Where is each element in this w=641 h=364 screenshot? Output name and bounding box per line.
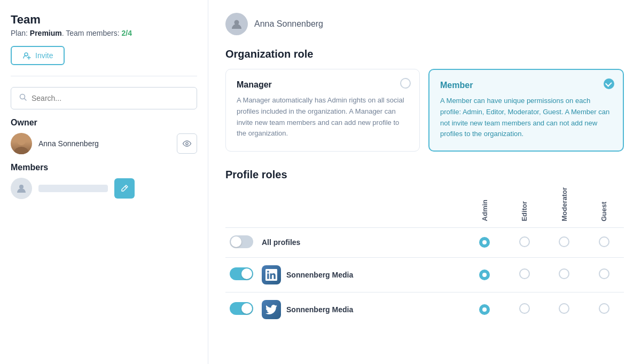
twitter-name: Sonnenberg Media	[286, 305, 353, 314]
manager-description: A Manager automatically has Admin rights…	[237, 95, 409, 139]
role-card-manager[interactable]: Manager A Manager automatically has Admi…	[225, 69, 420, 152]
all-profiles-admin-radio[interactable]	[479, 237, 490, 248]
plan-name: Premium	[30, 29, 62, 37]
toggle-track-off	[230, 235, 253, 248]
twitter-admin-radio[interactable]	[479, 304, 490, 315]
all-profiles-guest-cell[interactable]	[584, 227, 624, 257]
all-profiles-editor-radio[interactable]	[519, 236, 530, 247]
owner-avatar	[11, 133, 32, 154]
linkedin-moderator-radio[interactable]	[559, 268, 569, 279]
team-title: Team	[11, 13, 197, 27]
user-header: Anna Sonnenberg	[225, 13, 624, 35]
linkedin-guest-cell[interactable]	[584, 257, 624, 292]
owner-name: Anna Sonnenberg	[38, 139, 170, 148]
search-box[interactable]	[11, 87, 197, 109]
svg-point-7	[186, 143, 188, 145]
members-label: . Team members:	[62, 29, 122, 37]
linkedin-admin-cell[interactable]	[465, 257, 505, 292]
twitter-editor-radio[interactable]	[519, 303, 530, 314]
twitter-editor-cell[interactable]	[504, 292, 544, 327]
member-title: Member	[440, 81, 612, 90]
member-description: A Member can have unique permissions on …	[440, 96, 612, 140]
member-avatar	[11, 178, 32, 199]
eye-icon	[183, 140, 191, 147]
twitter-admin-cell[interactable]	[465, 292, 505, 327]
guest-label: Guest	[600, 202, 608, 221]
toggle-thumb	[231, 236, 241, 247]
col-toggle	[225, 187, 257, 227]
manager-title: Manager	[237, 80, 409, 90]
all-profiles-guest-radio[interactable]	[599, 236, 609, 247]
twitter-moderator-radio[interactable]	[559, 303, 569, 314]
all-profiles-moderator-cell[interactable]	[544, 227, 584, 257]
plan-label: Plan:	[11, 29, 30, 37]
owner-view-button[interactable]	[177, 133, 197, 154]
toggle-track-twitter	[230, 302, 253, 315]
linkedin-row: Sonnenberg Media	[225, 257, 624, 292]
linkedin-name: Sonnenberg Media	[286, 271, 353, 279]
search-icon	[19, 93, 27, 104]
all-profiles-toggle[interactable]	[230, 235, 253, 248]
toggle-thumb-twitter	[241, 303, 252, 314]
user-avatar	[225, 13, 248, 35]
twitter-icon	[262, 300, 281, 319]
manager-radio[interactable]	[400, 78, 411, 89]
svg-point-5	[17, 137, 26, 145]
search-input[interactable]	[32, 94, 189, 102]
owner-row: Anna Sonnenberg	[11, 133, 197, 154]
members-heading: Members	[11, 163, 197, 172]
twitter-guest-cell[interactable]	[584, 292, 624, 327]
pencil-icon	[120, 184, 129, 193]
linkedin-editor-radio[interactable]	[519, 268, 530, 279]
twitter-guest-radio[interactable]	[599, 303, 609, 314]
linkedin-moderator-cell[interactable]	[544, 257, 584, 292]
twitter-profile: Sonnenberg Media	[262, 300, 460, 319]
col-moderator: Moderator	[544, 187, 584, 227]
all-profiles-toggle-cell[interactable]	[225, 227, 257, 257]
all-profiles-editor-cell[interactable]	[504, 227, 544, 257]
user-name: Anna Sonnenberg	[254, 19, 323, 29]
twitter-toggle-cell[interactable]	[225, 292, 257, 327]
member-row	[11, 178, 197, 199]
linkedin-icon	[262, 265, 281, 284]
linkedin-admin-radio[interactable]	[479, 270, 490, 280]
moderator-label: Moderator	[560, 187, 568, 221]
role-card-member[interactable]: Member A Member can have unique permissi…	[428, 69, 624, 152]
svg-line-4	[25, 99, 27, 101]
editor-label: Editor	[520, 201, 528, 221]
all-profiles-label: All profiles	[262, 238, 300, 247]
toggle-thumb-linkedin	[241, 268, 252, 279]
twitter-name-cell: Sonnenberg Media	[257, 292, 465, 327]
invite-user-icon	[22, 51, 31, 60]
col-profile	[257, 187, 465, 227]
linkedin-guest-radio[interactable]	[599, 268, 609, 279]
admin-label: Admin	[481, 200, 489, 221]
linkedin-toggle-cell[interactable]	[225, 257, 257, 292]
svg-point-8	[19, 185, 24, 189]
twitter-moderator-cell[interactable]	[544, 292, 584, 327]
svg-line-9	[125, 186, 127, 188]
member-radio[interactable]	[604, 78, 614, 89]
linkedin-name-cell: Sonnenberg Media	[257, 257, 465, 292]
invite-label: Invite	[35, 51, 53, 60]
main-content: Anna Sonnenberg Organization role Manage…	[208, 0, 641, 364]
invite-button[interactable]: Invite	[11, 46, 65, 65]
profile-roles-table: Admin Editor Moderator Guest All profile…	[225, 187, 624, 327]
linkedin-editor-cell[interactable]	[504, 257, 544, 292]
member-name-placeholder	[38, 185, 108, 192]
twitter-row: Sonnenberg Media	[225, 292, 624, 327]
svg-point-6	[14, 147, 28, 154]
member-edit-button[interactable]	[114, 178, 135, 199]
all-profiles-name-cell: All profiles	[257, 227, 465, 257]
all-profiles-admin-cell[interactable]	[465, 227, 505, 257]
toggle-track-linkedin	[230, 267, 253, 280]
all-profiles-moderator-radio[interactable]	[559, 236, 569, 247]
owner-heading: Owner	[11, 118, 197, 128]
col-admin: Admin	[465, 187, 505, 227]
twitter-toggle[interactable]	[230, 302, 253, 315]
linkedin-profile: Sonnenberg Media	[262, 265, 460, 284]
divider-1	[11, 76, 197, 76]
org-role-heading: Organization role	[225, 48, 624, 60]
linkedin-toggle[interactable]	[230, 267, 253, 280]
role-cards: Manager A Manager automatically has Admi…	[225, 69, 624, 152]
